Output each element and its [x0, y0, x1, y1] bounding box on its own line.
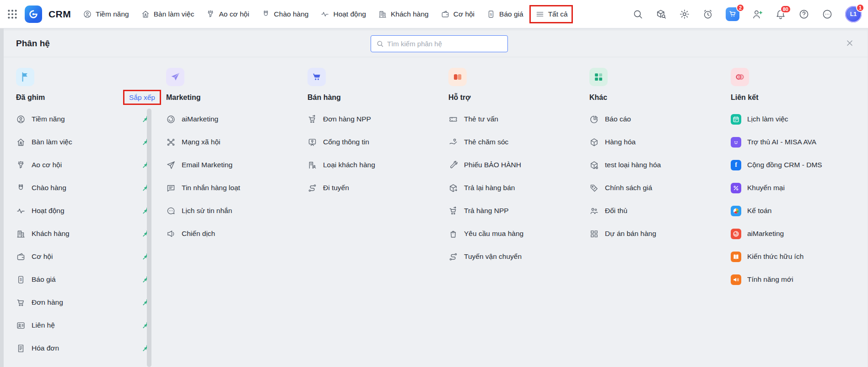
nav-item-tat-ca[interactable]: Tất cả [535, 10, 568, 19]
module-item-label: Trợ thủ AI - MISA AVA [747, 138, 816, 146]
module-item-ban-lam-viec[interactable]: Bàn làm việc [16, 131, 150, 153]
module-column-ban-hang: Bán hàngĐơn hàng NPPCổng thông tinLoại k… [307, 68, 426, 199]
speaker-app-icon [731, 274, 741, 285]
module-item-tiem-nang[interactable]: Tiềm năng [16, 108, 150, 131]
nav-item-khach-hang[interactable]: Khách hàng [378, 10, 429, 19]
help-button[interactable] [798, 9, 809, 20]
nav-item-label: Chào hàng [274, 10, 309, 18]
nav-item-label: Tiềm năng [96, 10, 129, 18]
module-item-kien-thuc-huu-ich[interactable]: Kiến thức hữu ích [731, 245, 850, 268]
module-item-the-tu-van[interactable]: Thẻ tư vấn [448, 108, 567, 131]
more-button[interactable] [822, 9, 833, 20]
module-column-khac: KhácBáo cáoHàng hóatest loại hàng hóaChí… [589, 68, 708, 245]
nav-item-co-hoi[interactable]: Cơ hội [441, 10, 474, 19]
module-item-co-hoi[interactable]: Cơ hội [16, 245, 150, 268]
module-item-chao-hang[interactable]: Chào hàng [16, 176, 150, 199]
module-item-hoa-don[interactable]: Hóa đơn [16, 337, 150, 360]
nav-item-hoat-dong[interactable]: Hoạt động [320, 10, 366, 19]
settings-button[interactable] [679, 9, 690, 20]
module-column-lien-ket: Liên kếtLịch làm việcTrợ thủ AI - MISA A… [731, 68, 850, 291]
top-navigation-bar: CRM Tiềm năngBàn làm việcAo cơ hộiChào h… [0, 0, 868, 28]
module-column-ho-tro: Hỗ trợThẻ tư vấnThẻ chăm sócPhiếu BẢO HÀ… [448, 68, 567, 268]
module-item-chien-dich[interactable]: Chiến dịch [166, 222, 285, 245]
module-item-tra-hang-npp[interactable]: Trả hàng NPP [448, 199, 567, 222]
add-user-button[interactable] [752, 9, 763, 20]
module-item-chinh-sach-gia[interactable]: Chính sách giá [589, 176, 708, 199]
nav-item-chao-hang[interactable]: Chào hàng [261, 10, 309, 19]
percent-app-icon [731, 183, 741, 193]
column-title: Bán hàng [307, 93, 341, 102]
module-item-tro-thu-ai-misa-ava[interactable]: Trợ thủ AI - MISA AVA [731, 131, 850, 153]
module-item-mang-xa-hoi[interactable]: Mạng xã hội [166, 131, 285, 153]
route-icon [307, 183, 317, 193]
nav-item-label: Cơ hội [453, 10, 474, 18]
nav-item-label: Bàn làm việc [154, 10, 194, 18]
module-item-cong-dong-crm-dms[interactable]: fCộng đồng CRM - DMS [731, 153, 850, 176]
module-item-ao-co-hoi[interactable]: Ao cơ hội [16, 153, 150, 176]
module-item-tra-lai-hang-ban[interactable]: Trả lại hàng bán [448, 176, 567, 199]
module-item-label: Báo giá [32, 275, 56, 284]
module-item-test-loai-hang-hoa[interactable]: test loại hàng hóa [589, 153, 708, 176]
magnet-icon [16, 183, 26, 193]
module-item-doi-thu[interactable]: Đối thủ [589, 199, 708, 222]
module-item-yeu-cau-mua-hang[interactable]: Yêu cầu mua hàng [448, 222, 567, 245]
close-icon[interactable] [845, 38, 854, 48]
crm-logo[interactable] [25, 5, 42, 23]
sort-link[interactable]: Sắp xếp [129, 93, 155, 101]
module-item-label: Loại khách hàng [323, 161, 375, 169]
module-item-du-an-ban-hang[interactable]: Dự án bán hàng [589, 222, 708, 245]
workspace-icon [16, 137, 26, 147]
module-item-hang-hoa[interactable]: Hàng hóa [589, 131, 708, 153]
module-item-label: Đối thủ [605, 207, 627, 215]
module-item-bao-cao[interactable]: Báo cáo [589, 108, 708, 131]
module-item-lich-su-tin-nhan[interactable]: Lịch sử tin nhắn [166, 199, 285, 222]
module-item-lich-lam-viec[interactable]: Lịch làm việc [731, 108, 850, 131]
module-item-don-hang[interactable]: Đơn hàng [16, 291, 150, 314]
megaphone-icon [166, 229, 176, 239]
notifications-button[interactable]: 80 [775, 9, 786, 20]
module-item-bao-gia[interactable]: $Báo giá [16, 268, 150, 291]
app-launcher-icon[interactable] [6, 8, 18, 20]
module-item-loai-khach-hang[interactable]: Loại khách hàng [307, 153, 426, 176]
module-item-tuyen-van-chuyen[interactable]: Tuyến vận chuyển [448, 245, 567, 268]
module-item-label: Cộng đồng CRM - DMS [747, 161, 822, 169]
module-item-label: Chiến dịch [182, 230, 215, 238]
customers-icon [378, 10, 387, 19]
module-item-tinh-nang-moi[interactable]: Tính năng mới [731, 268, 850, 291]
module-item-khach-hang[interactable]: Khách hàng [16, 222, 150, 245]
module-item-khuyen-mai[interactable]: Khuyến mại [731, 176, 850, 199]
module-item-the-cham-soc[interactable]: Thẻ chăm sóc [448, 131, 567, 153]
module-search-input[interactable] [387, 40, 502, 48]
marketing-category-icon [166, 68, 184, 86]
module-search-box [371, 35, 508, 52]
product-lookup-button[interactable] [656, 9, 667, 20]
module-item-email-marketing[interactable]: Email Marketing [166, 153, 285, 176]
nav-item-ao-co-hoi[interactable]: Ao cơ hội [206, 10, 249, 19]
module-item-phieu-bao-hanh[interactable]: Phiếu BẢO HÀNH [448, 153, 567, 176]
module-item-cong-thong-tin[interactable]: Cổng thông tin [307, 131, 426, 153]
search-button[interactable] [632, 9, 643, 20]
nav-item-tiem-nang[interactable]: Tiềm năng [83, 10, 129, 19]
module-item-don-hang-npp[interactable]: Đơn hàng NPP [307, 108, 426, 131]
pool-icon [206, 10, 215, 19]
khac-category-icon [589, 68, 608, 86]
module-item-label: Chào hàng [32, 184, 66, 192]
module-item-di-tuyen[interactable]: Đi tuyến [307, 176, 426, 199]
quote-icon: $ [486, 10, 496, 19]
module-item-label: aiMarketing [747, 230, 784, 238]
reminder-button[interactable] [702, 9, 713, 20]
module-item-aimarketing[interactable]: aiMarketing [731, 222, 850, 245]
module-item-label: Ao cơ hội [32, 161, 62, 169]
user-avatar[interactable]: L11 [845, 6, 862, 22]
nav-item-bao-gia[interactable]: $Báo giá [486, 10, 523, 19]
module-item-ke-toan[interactable]: Kế toán [731, 199, 850, 222]
module-item-aimarketing[interactable]: aiMarketing [166, 108, 285, 131]
vertical-scrollbar[interactable] [147, 109, 151, 367]
module-item-lien-he[interactable]: Liên hệ [16, 314, 150, 337]
module-item-label: Hàng hóa [605, 138, 636, 146]
module-item-hoat-dong[interactable]: Hoạt động [16, 199, 150, 222]
module-item-tin-nhan-hang-loat[interactable]: Tin nhắn hàng loạt [166, 176, 285, 199]
pool-icon [16, 160, 26, 170]
cart-button[interactable]: 2 [726, 7, 739, 21]
nav-item-ban-lam-viec[interactable]: Bàn làm việc [141, 10, 194, 19]
